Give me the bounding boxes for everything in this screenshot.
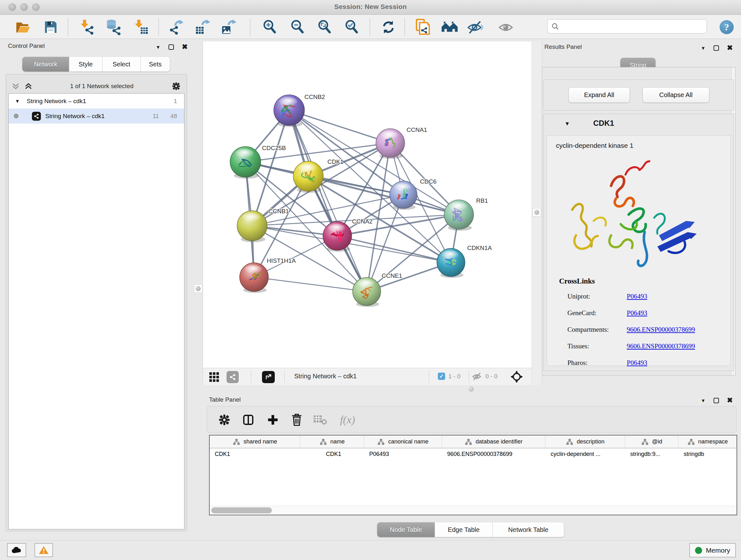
delete-table-button[interactable]	[312, 412, 328, 428]
show-columns-button[interactable]	[240, 412, 257, 428]
cell-shared-name: CDK1	[210, 448, 300, 461]
edge-HIST1H1A-CCNE1[interactable]	[254, 277, 367, 292]
export-network-button[interactable]	[167, 19, 185, 35]
hidden-counts: 0 - 0	[485, 373, 497, 380]
right-splitter-handle[interactable]	[533, 208, 541, 216]
open-in-new-window-button[interactable]	[262, 371, 275, 383]
save-session-button[interactable]	[42, 19, 59, 35]
tab-select[interactable]: Select	[103, 57, 141, 71]
protein-structure-image	[563, 155, 700, 273]
float-panel-icon[interactable]	[169, 44, 174, 50]
node-CDC25B[interactable]	[230, 146, 261, 179]
column-header[interactable]: name	[300, 435, 364, 448]
export-table-button[interactable]	[194, 19, 211, 35]
column-header[interactable]: namespace	[678, 435, 737, 448]
column-header[interactable]: canonical name	[364, 435, 442, 448]
network-collection-row[interactable]: ▼ String Network – cdk1 1	[9, 94, 184, 109]
crosslink-link[interactable]: 9606.ENSP00000378699	[627, 326, 695, 334]
scrollbar-thumb[interactable]	[211, 507, 272, 513]
node-CCNA2[interactable]	[323, 222, 352, 252]
refresh-view-button[interactable]	[380, 19, 397, 35]
collection-label: String Network – cdk1	[27, 98, 86, 105]
table-panel-window-controls: ▼ ✖	[701, 397, 733, 404]
panel-menu-icon[interactable]: ▼	[156, 44, 160, 50]
tab-edge-table[interactable]: Edge Table	[435, 522, 493, 537]
export-image-button[interactable]	[220, 19, 238, 35]
tab-sets[interactable]: Sets	[141, 57, 170, 71]
node-CDC6[interactable]	[390, 181, 417, 210]
panel-menu-icon[interactable]: ▼	[701, 398, 705, 403]
left-splitter-handle[interactable]	[194, 285, 202, 293]
houses-button[interactable]	[441, 19, 458, 35]
node-CCNA1[interactable]	[376, 129, 405, 159]
zoom-fit-button[interactable]	[316, 19, 333, 35]
warnings-button[interactable]	[35, 543, 53, 557]
node-CCNB1[interactable]	[237, 211, 267, 242]
edge-CCNA2-CDKN1A[interactable]	[337, 236, 451, 262]
close-panel-icon[interactable]: ✖	[727, 397, 733, 404]
expand-all-icon[interactable]	[24, 82, 32, 90]
column-header[interactable]: shared name	[210, 435, 300, 448]
tab-node-table[interactable]: Node Table	[377, 522, 435, 537]
expand-all-button[interactable]: Expand All	[568, 87, 630, 103]
delete-column-button[interactable]	[288, 412, 305, 428]
import-table-from-file-button[interactable]	[132, 19, 149, 35]
network-options-gear-icon[interactable]	[171, 81, 181, 91]
import-network-from-file-button[interactable]	[78, 19, 95, 35]
node-RB1[interactable]	[444, 200, 474, 231]
crosslink-link[interactable]: P06493	[627, 309, 647, 317]
column-header[interactable]: description	[545, 435, 625, 448]
crosslink-link[interactable]: P06493	[627, 293, 647, 300]
table-row[interactable]: CDK1 CDK1 P06493 9606.ENSP00000378699 cy…	[210, 448, 737, 461]
documents-icon	[415, 19, 430, 36]
bottom-splitter-handle[interactable]	[468, 386, 474, 392]
tab-style[interactable]: Style	[69, 57, 103, 71]
entry-collapse-icon[interactable]: ▼	[564, 121, 570, 127]
tab-network-table[interactable]: Network Table	[493, 522, 564, 537]
app-window: Session: New Session	[0, 0, 741, 560]
float-panel-icon[interactable]	[714, 45, 719, 51]
search-input[interactable]	[547, 19, 707, 34]
cloud-status-button[interactable]	[7, 543, 26, 557]
memory-button[interactable]: Memory	[689, 543, 736, 557]
float-panel-icon[interactable]	[714, 398, 719, 403]
crosslink-link[interactable]: 9606.ENSP00000378699	[627, 342, 695, 350]
node-CDKN1A[interactable]	[437, 248, 465, 278]
warning-icon	[39, 546, 49, 555]
edge-CCNB2-RB1[interactable]	[289, 110, 459, 214]
close-panel-icon[interactable]: ✖	[182, 44, 188, 51]
grid-view-button[interactable]	[209, 372, 219, 384]
collapse-all-icon[interactable]	[11, 82, 20, 90]
zoom-in-button[interactable]	[261, 19, 278, 35]
node-CDK1[interactable]	[293, 161, 323, 193]
tab-network[interactable]: Network	[22, 57, 69, 71]
hide-selection-button[interactable]	[467, 19, 484, 35]
edge-CCNB2-CCNA1[interactable]	[289, 110, 390, 143]
import-network-from-database-button[interactable]	[105, 19, 122, 35]
panel-menu-icon[interactable]: ▼	[701, 45, 705, 51]
selected-checkbox-icon[interactable]: ✓	[438, 373, 445, 380]
collapse-all-button[interactable]: Collapse All	[643, 87, 710, 103]
function-builder-button[interactable]: f(x)	[335, 412, 360, 428]
open-session-button[interactable]	[14, 19, 31, 35]
zoom-out-button[interactable]	[289, 19, 306, 35]
collection-expand-icon[interactable]: ▼	[15, 98, 20, 104]
table-horizontal-scrollbar[interactable]	[210, 506, 737, 515]
table-options-gear-button[interactable]	[216, 412, 232, 428]
help-button[interactable]: ?	[720, 20, 734, 34]
zoom-selected-button[interactable]	[343, 19, 360, 35]
add-column-button[interactable]	[265, 412, 281, 428]
network-overview-button[interactable]	[226, 371, 239, 383]
column-header[interactable]: database identifier	[442, 435, 545, 448]
birds-eye-view-button[interactable]	[510, 370, 523, 385]
edge-CCNB2-CCNE1[interactable]	[289, 110, 367, 292]
clone-network-button[interactable]	[414, 19, 431, 35]
node-HIST1H1A[interactable]	[240, 263, 268, 293]
column-header[interactable]: @id	[625, 435, 679, 448]
close-panel-icon[interactable]: ✖	[727, 44, 733, 51]
network-canvas[interactable]: CCNB2CCNA1CDC25BCDK1CDC6RB1CCNB1CCNA2CDK…	[203, 42, 532, 368]
crosslink-link[interactable]: P06493	[627, 359, 647, 367]
show-eye-button[interactable]	[498, 19, 515, 35]
node-CCNE1[interactable]	[353, 277, 381, 307]
network-row-selected[interactable]: String Network – cdk1 11 48	[9, 109, 184, 124]
